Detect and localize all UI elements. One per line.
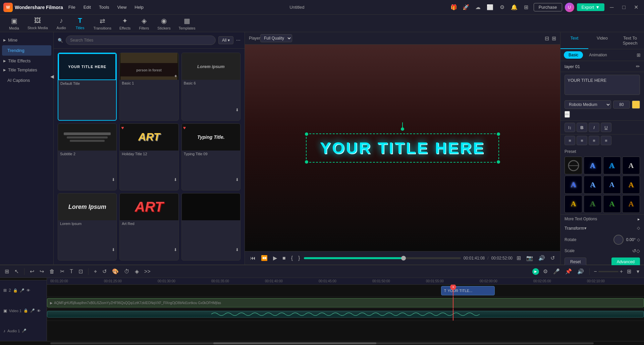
stop-button[interactable]: ■ <box>281 254 287 262</box>
volume-button[interactable]: 🔊 <box>537 254 546 262</box>
export-button[interactable]: Export ▼ <box>577 3 604 11</box>
zoom-out-button[interactable]: − <box>594 269 597 275</box>
text-content-area[interactable]: YOUR TITLE HERE <box>565 75 640 95</box>
tab-text[interactable]: Text <box>560 32 588 49</box>
filter-dropdown[interactable]: All ▾ <box>218 36 233 44</box>
grid-item-lorem[interactable]: Lorem Ipsum ⬇ Lorem Ipsum <box>58 193 117 261</box>
grid-item-typing09[interactable]: ♥ Typing Title. ⬇ Typing Title 09 <box>181 123 240 191</box>
tool-stock[interactable]: 🖼 Stock Media <box>24 15 51 32</box>
maximize-icon[interactable]: □ <box>619 3 629 12</box>
fullscreen-icon[interactable]: ⊞ <box>552 35 556 42</box>
align-right-button[interactable]: ≡ <box>589 136 599 145</box>
scroll-thumb[interactable] <box>213 342 376 344</box>
italic-button[interactable]: I <box>589 123 599 132</box>
preset-8[interactable]: A <box>622 176 640 193</box>
grid-item-untitled[interactable]: ⬇ <box>181 193 240 261</box>
handle-tr[interactable] <box>497 132 500 136</box>
video1-mic-icon[interactable]: 🎤 <box>30 308 35 313</box>
track2-add-icon[interactable]: ⊞ <box>3 288 7 293</box>
tl-snap-button[interactable]: 📌 <box>564 268 573 275</box>
avatar[interactable]: U <box>565 3 574 12</box>
preset-4[interactable]: A <box>622 157 640 174</box>
menu-edit[interactable]: Edit <box>82 4 92 10</box>
quality-select[interactable]: Full Quality <box>260 34 292 42</box>
grid-item-subtitle2[interactable]: ⬇ Subtitle 2 <box>58 123 117 191</box>
preset-9[interactable]: A <box>565 195 582 213</box>
preset-3[interactable]: A <box>603 157 621 174</box>
search-input[interactable] <box>66 36 216 45</box>
close-icon[interactable]: ✕ <box>631 3 641 12</box>
sidebar-item-title-templates[interactable]: ▶ Title Templates <box>0 65 53 74</box>
tl-audio-button[interactable]: 🔊 <box>576 268 585 275</box>
preset-6[interactable]: A <box>584 176 601 193</box>
preset-5[interactable]: A <box>565 176 582 193</box>
tab-video[interactable]: Video <box>588 32 616 49</box>
tl-undo2-button[interactable]: ↺ <box>101 268 108 275</box>
sidebar-item-ai-captions[interactable]: AI Captions <box>2 75 51 85</box>
sub-tab-basic[interactable]: Basic <box>564 51 583 59</box>
title-clip[interactable]: T YOUR TITLE... <box>441 286 495 295</box>
tl-redo-button[interactable]: ↪ <box>38 268 45 275</box>
sidebar-item-trending[interactable]: Trending <box>2 45 51 56</box>
preset-7[interactable]: A <box>603 176 621 193</box>
color-edit-icon[interactable]: ✏ <box>565 111 570 118</box>
tl-mask-button[interactable]: ⌖ <box>93 268 98 275</box>
rotate-keyframe-icon[interactable]: ◇ <box>637 237 640 242</box>
horizontal-scrollbar[interactable] <box>0 341 644 345</box>
align-left-button[interactable]: ≡ <box>565 136 575 145</box>
audio1-lock-icon[interactable]: 🎤 <box>22 329 26 333</box>
notification-icon[interactable]: 🔔 <box>509 3 519 12</box>
track2-eye-icon[interactable]: 👁 <box>26 288 30 292</box>
tl-speed-button[interactable]: ⏱ <box>123 268 131 275</box>
transform-row[interactable]: Transform ▾ ◇ <box>560 224 644 233</box>
handle-br[interactable] <box>497 160 500 164</box>
grid-icon[interactable]: ⊞ <box>522 3 531 12</box>
tl-ai-button[interactable]: ◈ <box>133 268 140 275</box>
scroll-track[interactable] <box>50 342 594 344</box>
monitor-icon[interactable]: ⬜ <box>485 3 495 12</box>
tool-transitions[interactable]: ⇄ Transitions <box>90 15 115 32</box>
video1-eye-icon[interactable]: 👁 <box>37 309 41 313</box>
tl-play-head-button[interactable]: ▶ <box>532 268 539 275</box>
bold-button[interactable]: B <box>577 123 587 132</box>
audio1-icon[interactable]: ♪ <box>3 329 5 333</box>
step-back-button[interactable]: ⏪ <box>260 254 269 262</box>
advanced-button[interactable]: Advanced <box>611 257 640 266</box>
skip-back-button[interactable]: ⏮ <box>249 254 257 262</box>
tl-select-button[interactable]: ↖ <box>13 268 20 275</box>
font-color-picker[interactable] <box>632 101 640 109</box>
tool-titles[interactable]: T Titles <box>71 15 89 32</box>
sidebar-item-mine[interactable]: ▶ Mine <box>0 36 53 45</box>
tool-templates[interactable]: ▦ Templates <box>175 15 199 32</box>
preset-12[interactable]: A <box>622 195 640 213</box>
tl-delete-button[interactable]: 🗑 <box>48 268 56 275</box>
screenshot-button[interactable]: 📷 <box>525 254 534 262</box>
grid-item-default-title[interactable]: YOUR TITLE HERE Default Title <box>58 53 117 121</box>
handle-bl[interactable] <box>305 160 308 164</box>
menu-view[interactable]: View <box>116 4 128 10</box>
text-style-icon[interactable]: I↕ <box>565 123 575 132</box>
tab-tts[interactable]: Text To Speech <box>616 32 644 49</box>
tl-text-button[interactable]: T <box>68 268 74 275</box>
video-clip[interactable]: ▶ AQMFgHUf5j8uapIhm7xB0Li5ZiomYyZHF96QsQ… <box>47 298 644 307</box>
font-selector[interactable]: Roboto Medium <box>565 100 611 109</box>
track2-mic-icon[interactable]: 🎤 <box>20 288 24 293</box>
transform-keyframe-icon[interactable]: ◇ <box>637 226 640 230</box>
tool-filters[interactable]: ◈ Filters <box>135 15 153 32</box>
tl-settings-button[interactable]: ⚙ <box>542 268 549 275</box>
menu-help[interactable]: Help <box>133 4 145 10</box>
tl-crop-button[interactable]: ⊡ <box>77 268 84 275</box>
layer-edit-icon[interactable]: ✏ <box>636 64 640 69</box>
tl-add-track-button[interactable]: ⊞ <box>3 268 10 275</box>
grid-item-holiday12[interactable]: ♥ ART ⬇ Holiday Title 12 <box>119 123 178 191</box>
minimize-icon[interactable]: ─ <box>607 3 616 12</box>
tl-layout-button[interactable]: ⊞ <box>626 268 633 275</box>
scale-keyframe-icon[interactable]: ◇ <box>636 248 640 253</box>
tl-color-button[interactable]: 🎨 <box>111 268 120 275</box>
track2-lock-icon[interactable]: 🔒 <box>13 288 18 293</box>
collapse-sidebar-button[interactable]: ◀ <box>50 74 54 79</box>
sidebar-item-title-effects[interactable]: ▶ Title Effects <box>0 56 53 65</box>
preview-main-title[interactable]: YOUR TITLE HERE <box>320 139 485 157</box>
zoom-in-button[interactable]: + <box>620 269 623 275</box>
underline-button[interactable]: U <box>601 123 611 132</box>
